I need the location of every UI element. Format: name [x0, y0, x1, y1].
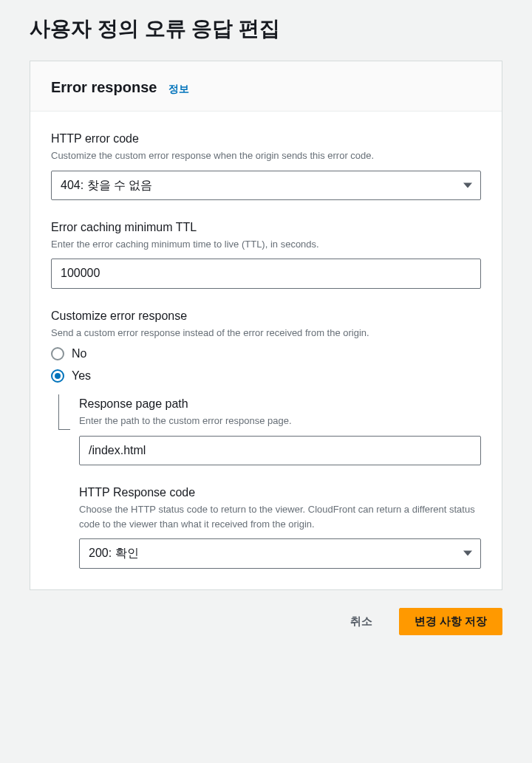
customize-radio-no[interactable]: No: [51, 347, 481, 360]
http-error-code-hint: Customize the custom error response when…: [51, 148, 481, 163]
customize-hint: Send a custom error response instead of …: [51, 326, 481, 341]
customize-radio-yes[interactable]: Yes: [51, 369, 481, 383]
response-path-input[interactable]: [79, 436, 481, 465]
http-error-code-group: HTTP error code Customize the custom err…: [51, 132, 481, 200]
response-code-group: HTTP Response code Choose the HTTP statu…: [79, 486, 481, 568]
button-row: 취소 변경 사항 저장: [30, 608, 502, 635]
customize-sub-section: Response page path Enter the path to the…: [58, 397, 481, 568]
radio-no-label: No: [72, 347, 86, 360]
error-response-panel: Error response 정보 HTTP error code Custom…: [30, 61, 502, 590]
panel-title: Error response: [51, 79, 157, 96]
panel-body: HTTP error code Customize the custom err…: [30, 112, 502, 589]
customize-label: Customize error response: [51, 309, 481, 323]
ttl-hint: Enter the error caching minimum time to …: [51, 237, 481, 252]
response-code-label: HTTP Response code: [79, 486, 481, 499]
radio-icon: [51, 347, 64, 360]
response-path-hint: Enter the path to the custom error respo…: [79, 414, 481, 428]
response-code-select[interactable]: 200: 확인: [79, 538, 481, 568]
response-code-hint: Choose the HTTP status code to return to…: [79, 502, 481, 531]
indent-line-icon: [58, 394, 70, 430]
customize-group: Customize error response Send a custom e…: [51, 309, 481, 569]
cancel-button[interactable]: 취소: [335, 609, 387, 634]
response-path-group: Response page path Enter the path to the…: [79, 397, 481, 465]
info-link[interactable]: 정보: [168, 83, 189, 96]
ttl-group: Error caching minimum TTL Enter the erro…: [51, 221, 481, 289]
save-button[interactable]: 변경 사항 저장: [399, 608, 502, 635]
response-path-label: Response page path: [79, 397, 481, 411]
ttl-label: Error caching minimum TTL: [51, 221, 481, 234]
radio-yes-label: Yes: [72, 369, 91, 383]
ttl-input[interactable]: [51, 259, 481, 288]
http-error-code-label: HTTP error code: [51, 132, 481, 146]
customize-radio-group: No Yes: [51, 347, 481, 383]
radio-icon: [51, 369, 64, 383]
http-error-code-select[interactable]: 404: 찾을 수 없음: [51, 171, 481, 200]
panel-header: Error response 정보: [30, 61, 502, 112]
page-title: 사용자 정의 오류 응답 편집: [30, 15, 502, 43]
